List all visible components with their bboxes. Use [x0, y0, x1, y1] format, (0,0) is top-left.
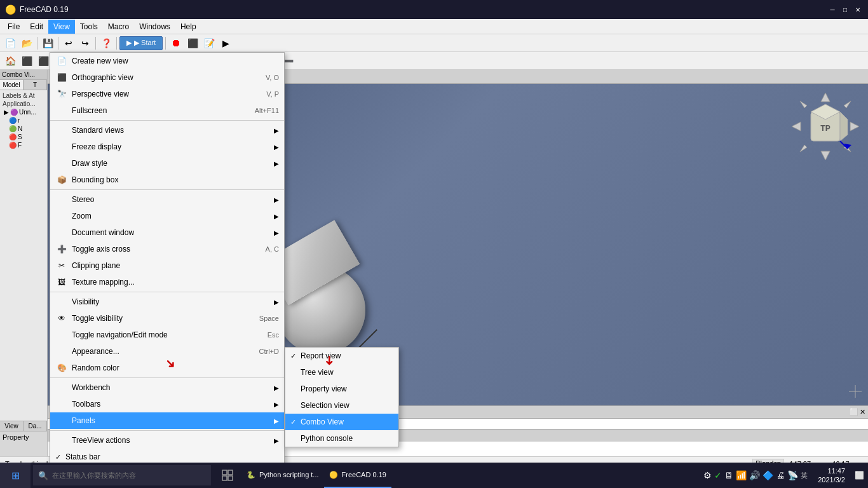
menu-macro[interactable]: Macro	[103, 20, 134, 34]
sub-combo-view[interactable]: ✓ Combo View	[285, 414, 398, 430]
tb-redo[interactable]: ↪	[78, 36, 93, 51]
tray-icon-4[interactable]: 📶	[736, 470, 747, 480]
report-expand[interactable]: ⬜	[850, 408, 858, 416]
tray-icon-5[interactable]: 🔊	[749, 470, 760, 480]
tb2-top[interactable]: ⬛	[36, 53, 51, 69]
menu-stereo[interactable]: Stereo ▶	[50, 191, 284, 208]
taskview-button[interactable]	[214, 463, 241, 488]
menu-view[interactable]: View	[48, 20, 75, 34]
svg-marker-5	[844, 101, 851, 108]
tog-vis-icon: 👁	[55, 312, 68, 325]
tog-nav-shortcut: Esc	[268, 331, 279, 339]
menu-freeze-display[interactable]: Freeze display ▶	[50, 139, 284, 155]
tree-item-5[interactable]: 🔴 F	[1, 141, 46, 149]
menu-clipping[interactable]: ✂ Clipping plane	[50, 257, 284, 274]
draw-style-arrow: ▶	[274, 160, 279, 167]
report-close[interactable]: ✕	[860, 408, 865, 416]
menu-appearance[interactable]: Appearance... Ctrl+D	[50, 343, 284, 360]
tray-icon-1[interactable]: ⚙	[703, 470, 712, 480]
menu-file[interactable]: File	[3, 20, 25, 34]
menu-texture[interactable]: 🖼 Texture mapping...	[50, 274, 284, 290]
tb-edit[interactable]: 📝	[201, 36, 217, 51]
menu-standard-views[interactable]: Standard views ▶	[50, 122, 284, 139]
combo-check: ✓	[290, 418, 301, 426]
tb-stop[interactable]: ⬛	[185, 36, 200, 51]
menu-draw-style[interactable]: Draw style ▶	[50, 155, 284, 172]
start-menu-button[interactable]: ⊞	[0, 463, 31, 488]
menu-create-new-view[interactable]: 📄 Create new view	[50, 53, 284, 69]
freeze-arrow: ▶	[274, 144, 279, 151]
tb2-home[interactable]: 🏠	[3, 53, 18, 69]
menu-tools[interactable]: Tools	[75, 20, 103, 34]
tree-item-3[interactable]: 🟢 N	[1, 125, 46, 133]
view-tab-view[interactable]: View	[0, 421, 24, 431]
minimize-button[interactable]: ─	[827, 4, 837, 15]
sub-tree-view[interactable]: Tree view	[285, 364, 398, 381]
tb-help[interactable]: ❓	[98, 36, 114, 51]
coord-cross	[849, 385, 862, 398]
sub-selection-view[interactable]: Selection view	[285, 397, 398, 414]
view-tab-da[interactable]: Da...	[24, 421, 47, 431]
toolbar1: 📄 📂 💾 ↩ ↪ ❓ ▶ ▶ Start ⏺ ⬛ 📝 ▶	[0, 34, 868, 52]
svg-rect-16	[222, 470, 227, 475]
tree-item-4[interactable]: 🔴 S	[1, 133, 46, 141]
tray-icon-3[interactable]: 🖥	[724, 470, 733, 480]
menu-edit[interactable]: Edit	[25, 20, 48, 34]
tray-icon-2[interactable]: ✓	[714, 470, 722, 480]
item-label-3: N	[18, 125, 22, 132]
menu-workbench[interactable]: Workbench ▶	[50, 379, 284, 396]
menu-bounding-box[interactable]: 📦 Bounding box	[50, 172, 284, 188]
menu-zoom[interactable]: Zoom ▶	[50, 208, 284, 224]
tray-icon-7[interactable]: 🖨	[776, 470, 785, 480]
tb-undo[interactable]: ↩	[61, 36, 76, 51]
show-desktop-button[interactable]: ⬜	[850, 463, 868, 488]
status-bar-label: Status bar	[65, 452, 100, 461]
tab-model[interactable]: Model	[0, 80, 24, 90]
sub-report-view[interactable]: ✓ Report view	[285, 348, 398, 364]
menu-toggle-nav[interactable]: Toggle navigation/Edit mode Esc	[50, 327, 284, 343]
sub-python-console[interactable]: Python console	[285, 430, 398, 447]
menu-treeview-actions[interactable]: TreeView actions ▶	[50, 432, 284, 449]
menu-help[interactable]: Help	[175, 20, 201, 34]
tab-t[interactable]: T	[24, 80, 47, 90]
app-section: Applicatio...	[1, 100, 46, 108]
svg-marker-4	[800, 101, 807, 108]
tb-new[interactable]: 📄	[3, 36, 18, 51]
menu-toggle-axis[interactable]: ➕ Toggle axis cross A, C	[50, 241, 284, 257]
tree-item-1[interactable]: ▶ 🟣 Unn...	[1, 108, 46, 116]
taskbar-app-python[interactable]: 🐍 Python scripting t...	[241, 463, 324, 488]
taskbar-app-freecad[interactable]: 🟡 FreeCAD 0.19	[324, 463, 391, 488]
rand-color-label: Random color	[72, 363, 119, 372]
start-button[interactable]: ▶ ▶ Start	[119, 36, 163, 50]
tex-icon: 🖼	[55, 276, 68, 288]
axis-label: Toggle axis cross	[72, 245, 130, 254]
left-tree: Labels & At Applicatio... ▶ 🟣 Unn... 🔵 r…	[0, 90, 47, 421]
maximize-button[interactable]: □	[840, 4, 850, 15]
wb-arrow: ▶	[274, 384, 279, 391]
sub-property-view[interactable]: Property view	[285, 381, 398, 397]
menu-fullscreen[interactable]: Fullscreen Alt+F11	[50, 102, 284, 119]
menu-perspective-view[interactable]: 🔭 Perspective view V, P	[50, 86, 284, 102]
menu-orthographic-view[interactable]: ⬛ Orthographic view V, O	[50, 69, 284, 86]
tray-icon-6[interactable]: 🔷	[763, 470, 773, 480]
item-icon-2: 🔵	[9, 117, 17, 124]
svg-marker-10	[840, 112, 848, 141]
tb-play[interactable]: ▶	[218, 36, 233, 51]
tb-record-red[interactable]: ⏺	[168, 36, 184, 51]
tree-item-2[interactable]: 🔵 r	[1, 116, 46, 125]
menu-toolbars[interactable]: Toolbars ▶	[50, 396, 284, 412]
menu-toggle-vis[interactable]: 👁 Toggle visibility Space	[50, 310, 284, 327]
menu-panels[interactable]: Panels ▶	[50, 412, 284, 429]
tb-open[interactable]: 📂	[19, 36, 34, 51]
tray-icon-8[interactable]: 📡	[787, 470, 798, 480]
menu-windows[interactable]: Windows	[134, 20, 175, 34]
taskbar-search-input[interactable]	[52, 471, 206, 479]
app-title: FreeCAD 0.19	[20, 5, 69, 14]
close-button[interactable]: ✕	[853, 4, 863, 15]
system-clock[interactable]: 11:47 2021/3/2	[813, 466, 850, 485]
tb-save[interactable]: 💾	[40, 36, 55, 51]
tog-vis-label: Toggle visibility	[72, 314, 123, 323]
menu-visibility[interactable]: Visibility ▶	[50, 294, 284, 310]
menu-document-window[interactable]: Document window ▶	[50, 224, 284, 241]
tb2-front[interactable]: ⬛	[19, 53, 34, 69]
